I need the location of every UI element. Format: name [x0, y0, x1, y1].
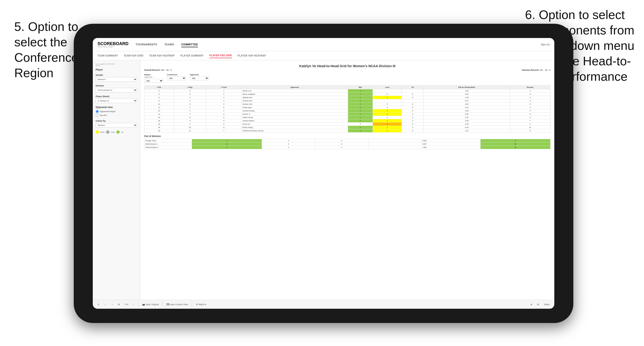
- toolbar-sep1: [138, 302, 138, 307]
- dot-up-label: Up: [121, 131, 123, 133]
- sub-tab-team-summary[interactable]: TEAM SUMMARY: [98, 53, 118, 58]
- division-label: Division: [96, 85, 137, 87]
- sign-out-link[interactable]: Sign out: [541, 43, 550, 46]
- toolbar-forward[interactable]: →: [110, 303, 114, 306]
- opponent-select[interactable]: (All): [190, 76, 209, 80]
- nav-tabs: TOURNAMENTS TEAMS COMMITTEE: [136, 42, 541, 47]
- opponent-view-title: Opponent view: [96, 106, 137, 109]
- table-row: 16 3 3 Jessica Mason 1 2 0 -0.94 7: [144, 119, 550, 123]
- col-reg: # Reg: [174, 85, 206, 89]
- sub-tab-player-summary[interactable]: PLAYER SUMMARY: [180, 53, 204, 58]
- sub-tab-team-h2h-grid[interactable]: TEAM H2H GRID: [124, 53, 144, 58]
- last-updated: Last Updated: 27/03/2024 04:54: [96, 63, 137, 66]
- radio-top100[interactable]: Top 100: [96, 114, 137, 117]
- col-tie: Tie: [402, 85, 424, 89]
- toolbar-refresh[interactable]: ↺↺: [124, 303, 130, 306]
- nav-tab-teams[interactable]: TEAMS: [164, 42, 174, 47]
- col-win: Win: [348, 85, 373, 89]
- table-row: 3 3 1 Esther Lee 1 1.50 4: [144, 89, 550, 93]
- dot-level-label: Level: [111, 131, 115, 133]
- region-filter: Region Opponents: (All): [144, 74, 163, 83]
- gender-select[interactable]: Women's: [96, 77, 137, 82]
- toolbar-undo[interactable]: ↺: [96, 303, 100, 306]
- overall-record: Overall Record: 353 - 34 - 6: [144, 69, 172, 71]
- main-content: Last Updated: 27/03/2024 04:54 Player Ge…: [93, 60, 554, 300]
- col-div: # Div: [144, 85, 174, 89]
- conference-filter: Conference (All): [167, 74, 186, 83]
- opponent-filter: Opponent (All): [190, 74, 209, 83]
- table-row: 10 6 3 Andrea York 2 0 0 4.00 4: [144, 103, 550, 106]
- ood-row: Foreign Team 1 0 0 4.500 2: [144, 139, 550, 143]
- ood-row: NAIA Division 1 15 0 0 9.267 30: [144, 143, 550, 146]
- toolbar-save-custom[interactable]: 💾 Save Custom View: [166, 303, 189, 306]
- bottom-toolbar: ↺ ← → ⊞ ↺↺ ○ 📷 View: Original 💾 Save Cus…: [93, 300, 554, 309]
- right-content: Katelyn Vo Head-to-Head Grid for Women's…: [140, 60, 554, 300]
- sub-tab-player-h2h-heatmap[interactable]: PLAYER H2H HEATMAP: [238, 53, 266, 58]
- left-panel: Last Updated: 27/03/2024 04:54 Player Ge…: [93, 60, 140, 300]
- toolbar-view-original[interactable]: 📷 View: Original: [141, 303, 160, 306]
- dot-down-label: Down: [100, 131, 105, 133]
- tablet-device: SCOREBOARD Powered by clippd TOURNAMENTS…: [74, 24, 573, 323]
- toolbar-grid[interactable]: ⊞: [117, 303, 121, 306]
- player-rank-select[interactable]: 8. Katelyn Vo: [96, 99, 137, 103]
- toolbar-watch[interactable]: 👁 Watch ▾: [195, 303, 207, 306]
- radio-opponents-played[interactable]: Opponents Played: [96, 110, 137, 113]
- col-loss: Loss: [373, 85, 402, 89]
- dot-up: [116, 130, 120, 134]
- conference-filter-label: Conference: [167, 74, 186, 76]
- toolbar-grid2[interactable]: ⊞: [536, 303, 540, 306]
- opponent-view-radios: Opponents Played Top 100: [96, 110, 137, 117]
- toolbar-sep3: [192, 302, 192, 307]
- table-row: 9 1 4 Sharon Mun 1 3.67 3: [144, 99, 550, 103]
- colour-by-select[interactable]: Win/loss: [96, 123, 137, 128]
- gender-section: Gender Women's: [96, 74, 137, 82]
- tablet-screen: SCOREBOARD Powered by clippd TOURNAMENTS…: [93, 38, 554, 309]
- dot-level: [106, 130, 110, 134]
- colour-by-section: Colour by Win/loss: [96, 120, 137, 128]
- nav-bar: SCOREBOARD Powered by clippd TOURNAMENTS…: [93, 38, 554, 51]
- table-row: 5 2 2 Alexis Sudjianto 1 0 0 4.00 3: [144, 93, 550, 96]
- sub-nav: TEAM SUMMARY TEAM H2H GRID TEAM H2H HEAT…: [93, 51, 554, 60]
- opponents-filter-label: Opponents:: [144, 76, 163, 78]
- col-opponent: Opponent: [242, 85, 348, 89]
- color-legend: Down Level Up: [96, 130, 137, 134]
- table-row: 6 3 3 Sydney Kuo 1 1 0 -1.00 3: [144, 96, 550, 99]
- toolbar-sep2: [162, 302, 163, 307]
- region-filter-label: Region: [144, 74, 163, 76]
- toolbar-circle[interactable]: ○: [132, 303, 135, 306]
- nav-tab-committee[interactable]: COMMITTEE: [181, 42, 198, 47]
- player-rank-label: Player (Rank): [96, 95, 137, 98]
- dot-down: [96, 130, 99, 134]
- sub-tab-team-h2h-heatmap[interactable]: TEAM H2H HEATMAP: [149, 53, 174, 58]
- ood-row: NCAA Division 2 5 0 0 7.400 10: [144, 146, 550, 149]
- records-row: Overall Record: 353 - 34 - 6 Division Re…: [144, 69, 550, 71]
- colour-by-label: Colour by: [96, 120, 137, 122]
- player-section: Player: [96, 68, 137, 71]
- region-select[interactable]: (All): [144, 79, 163, 83]
- table-row: 18 2 2 Euna Lee 0 3 0 -5.00 2: [144, 123, 550, 126]
- logo: SCOREBOARD Powered by clippd: [98, 41, 128, 48]
- toolbar-share[interactable]: Share: [543, 303, 550, 306]
- division-section: Division NCAA Division III: [96, 85, 137, 92]
- player-title: Player: [96, 68, 137, 71]
- toolbar-back[interactable]: ←: [103, 303, 107, 306]
- col-diff: Diff Av Strokes/Rnd: [424, 85, 510, 89]
- table-row: 19 10 6 Emily Chang 4 1 0 0.30 11: [144, 126, 550, 129]
- out-of-division-table: Foreign Team 1 0 0 4.500 2 NAIA Division…: [144, 139, 550, 149]
- player-rank-section: Player (Rank) 8. Katelyn Vo: [96, 95, 137, 103]
- opponent-filter-label: Opponent: [190, 74, 209, 76]
- h2h-table: # Div # Reg # Conf Opponent Win Loss Tie…: [144, 85, 550, 133]
- out-of-division-title: Out of division: [144, 135, 550, 138]
- toolbar-plus[interactable]: ⊕: [530, 303, 534, 306]
- grid-title: Katelyn Vo Head-to-Head Grid for Women's…: [144, 64, 550, 68]
- division-select[interactable]: NCAA Division III: [96, 88, 137, 92]
- table-row: 13 1 1 Jessica Huang 1 1 0 -3.00 2: [144, 109, 550, 113]
- col-rounds: Rounds: [510, 85, 550, 89]
- nav-tab-tournaments[interactable]: TOURNAMENTS: [136, 42, 157, 47]
- col-conf: # Conf: [206, 85, 242, 89]
- table-row: 14 7 4 Eunice Yi 2 2 0 0.38 9: [144, 113, 550, 116]
- table-row: 20 11 7 Federica Domecq Lacroze 2 1 0 1.…: [144, 129, 550, 133]
- sub-tab-player-h2h-grid[interactable]: PLAYER H2H GRID: [209, 53, 232, 58]
- table-row: 15 8 5 Stella Cheng 1 0 0 1.25 4: [144, 116, 550, 119]
- conference-select[interactable]: (All): [167, 76, 186, 80]
